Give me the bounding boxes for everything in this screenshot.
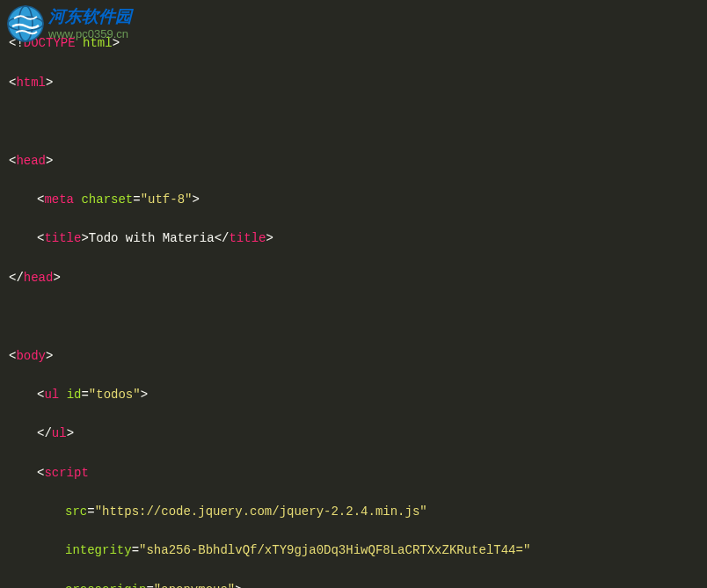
code-line: <title>Todo with Materia</title>	[9, 229, 698, 248]
code-line: crossorigin="anonymous">	[9, 580, 698, 588]
code-line: <html>	[9, 73, 698, 92]
watermark-logo-overlay: 河东软件园 www.pc0359.cn	[7, 5, 132, 42]
code-editor-view: <!DOCTYPE html> <html> <head> <meta char…	[9, 14, 698, 588]
code-line: <meta charset="utf-8">	[9, 190, 698, 209]
watermark-site-url: www.pc0359.cn	[48, 27, 132, 41]
code-line: src="https://code.jquery.com/jquery-2.2.…	[9, 502, 698, 521]
code-line: <ul id="todos">	[9, 385, 698, 404]
code-line: <script	[9, 463, 698, 483]
code-line	[9, 307, 698, 326]
watermark-site-name: 河东软件园	[48, 7, 132, 27]
code-line	[9, 112, 698, 131]
watermark-globe-icon	[7, 5, 44, 42]
code-line: <head>	[9, 151, 698, 171]
code-line: </ul>	[9, 424, 698, 443]
code-line: </head>	[9, 268, 698, 287]
code-line: <body>	[9, 346, 698, 366]
code-line: integrity="sha256-BbhdlvQf/xTY9gja0Dq3Hi…	[9, 541, 698, 560]
